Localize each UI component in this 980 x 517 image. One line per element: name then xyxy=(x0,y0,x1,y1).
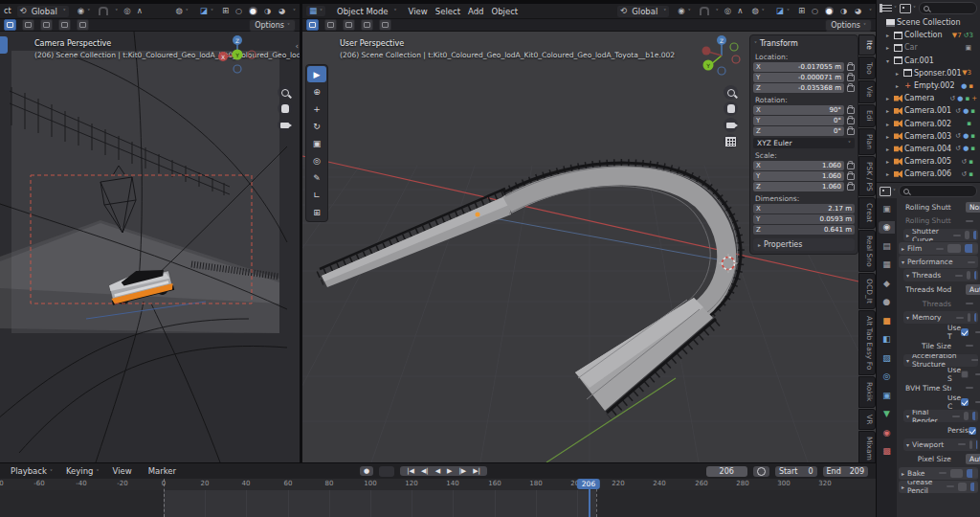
sidebar-tab[interactable]: Real Sno xyxy=(858,230,876,273)
shading-rendered-icon[interactable]: ◕ xyxy=(278,7,286,15)
scale-field[interactable]: Y 1.060 xyxy=(753,171,844,181)
property-value[interactable]: Auto-De xyxy=(966,284,980,295)
visibility-dropdown[interactable]: ◍ ˅ xyxy=(748,6,767,16)
sidebar-tab[interactable]: Rokik xyxy=(858,376,876,407)
property-value[interactable] xyxy=(966,303,973,304)
badge-icon[interactable]: ▼7 xyxy=(952,32,962,39)
property-row[interactable]: Persis xyxy=(897,423,980,438)
expand-arrow[interactable]: ▸ xyxy=(886,133,894,140)
badge-icon[interactable]: ↺ xyxy=(961,170,967,178)
visibility-dropdown[interactable]: ◍ ˅ xyxy=(172,6,190,16)
property-value[interactable]: None xyxy=(966,202,980,213)
toolbar-tool[interactable]: ▶ xyxy=(307,66,326,82)
header-mini-icon[interactable] xyxy=(361,19,373,31)
outliner-row[interactable]: ▸ Car ▣ xyxy=(877,41,980,54)
badge-icon[interactable]: ▪ xyxy=(969,170,973,178)
property-slider[interactable] xyxy=(967,469,978,478)
camera-view-icon[interactable] xyxy=(278,118,292,132)
badge-icon[interactable]: ● xyxy=(963,107,969,115)
sidebar-tab[interactable]: Mixam xyxy=(858,431,876,462)
header-mini-icon[interactable] xyxy=(324,19,337,31)
sidebar-tab[interactable]: Creat xyxy=(858,197,876,228)
pan-hand-icon[interactable] xyxy=(724,101,738,116)
scale-field[interactable]: X 1.060 xyxy=(753,161,844,170)
expand-arrow[interactable]: ▸ xyxy=(886,95,894,101)
expand-arrow[interactable]: ▸ xyxy=(886,107,894,114)
properties-tab-icon[interactable]: ▣ xyxy=(879,202,895,214)
3d-view-canvas[interactable]: ▶⊕+↻▣◎✎∟⊞ User Perspective (206) Scene C… xyxy=(302,32,876,462)
checkbox[interactable] xyxy=(932,483,940,490)
property-slider[interactable] xyxy=(970,483,978,491)
pivot-point-dropdown[interactable]: ◉ ˅ xyxy=(75,6,93,16)
menu-item[interactable]: View xyxy=(406,7,431,16)
badge-icon[interactable]: ↺ xyxy=(961,158,967,166)
properties-panel-collapsed[interactable]: ▸ Properties xyxy=(753,238,855,251)
location-field[interactable]: Y -0.000071 m xyxy=(753,73,844,82)
properties-tab-icon[interactable]: ▦ xyxy=(879,258,895,271)
property-row[interactable]: Pixel Size Automa xyxy=(897,452,980,466)
transform-orientation-dropdown[interactable]: ⟲ Global ˅ xyxy=(17,6,69,17)
toolbar-tool[interactable]: ↻ xyxy=(307,118,326,134)
header-mini-icon[interactable] xyxy=(58,19,71,31)
checkbox[interactable] xyxy=(951,300,959,307)
menu-item[interactable]: Object xyxy=(488,7,521,16)
overlays-dropdown[interactable]: ◪ ˅ xyxy=(773,6,792,16)
checkbox[interactable] xyxy=(957,356,965,364)
current-frame-field[interactable]: 206 xyxy=(706,466,747,477)
checkbox[interactable] xyxy=(951,285,959,293)
properties-tab-icon[interactable]: ◆ xyxy=(879,277,895,289)
property-value[interactable] xyxy=(956,317,964,319)
clipped-toolbar-select-tool[interactable] xyxy=(0,36,8,54)
badge-icon[interactable]: ▪ xyxy=(967,120,971,127)
checkbox[interactable] xyxy=(953,258,961,266)
badge-icon[interactable]: ▪ xyxy=(970,145,975,152)
property-value[interactable] xyxy=(966,220,973,222)
shading-dropdown[interactable]: ˅ xyxy=(869,8,872,14)
property-row[interactable]: BVH Time Steps xyxy=(897,381,980,395)
shading-wireframe-icon[interactable]: ○ xyxy=(234,7,243,15)
transform-orientation-dropdown[interactable]: ⟲ Global ˅ xyxy=(617,6,669,17)
badge-icon[interactable]: ▪ xyxy=(965,95,969,102)
sidebar-tab[interactable]: OCD_It xyxy=(858,273,876,309)
property-row[interactable]: Tile Size xyxy=(897,339,980,353)
property-value[interactable] xyxy=(975,331,980,333)
checkbox[interactable] xyxy=(951,342,959,349)
options-button[interactable]: Options ˅ xyxy=(825,19,872,32)
rotation-field[interactable]: Y 0° xyxy=(753,116,844,125)
header-mini-icon[interactable] xyxy=(379,19,391,31)
property-row[interactable]: ▾ Acceleration Structure xyxy=(903,354,978,367)
pan-hand-icon[interactable] xyxy=(278,101,292,116)
property-value[interactable] xyxy=(947,485,954,487)
properties-tab-icon[interactable]: ◉ xyxy=(879,221,895,234)
zoom-icon[interactable] xyxy=(278,85,292,100)
property-field[interactable] xyxy=(950,469,962,478)
property-value[interactable] xyxy=(939,472,947,474)
sidebar-tab[interactable]: VR xyxy=(858,409,876,430)
proportional-editing-icon[interactable]: ◎ xyxy=(724,7,731,15)
lock-icon[interactable] xyxy=(847,163,855,169)
auto-key-option-button[interactable] xyxy=(379,466,394,477)
frame-start-field[interactable]: Start 0 xyxy=(775,466,817,477)
snap-target-dropdown[interactable]: ˅ xyxy=(716,8,719,14)
checkbox[interactable] xyxy=(924,469,932,477)
lock-icon[interactable] xyxy=(847,64,855,71)
lock-icon[interactable] xyxy=(847,85,855,92)
badge-icon[interactable]: ↺ xyxy=(955,132,961,140)
property-value[interactable] xyxy=(966,345,973,347)
sidebar-tab[interactable]: PSK / PS xyxy=(858,156,876,197)
rotation-mode-dropdown[interactable]: XYZ Euler ˅ xyxy=(753,138,855,148)
header-mini-icon[interactable] xyxy=(4,19,16,31)
property-row[interactable]: ▸ Film xyxy=(899,242,978,255)
checkbox[interactable] xyxy=(939,232,947,239)
scale-field[interactable]: Z 1.060 xyxy=(753,182,844,191)
header-mini-icon[interactable] xyxy=(77,19,89,31)
property-value[interactable] xyxy=(966,387,973,389)
shading-rendered-icon[interactable]: ◕ xyxy=(854,7,862,15)
property-row[interactable]: Use T xyxy=(897,325,980,339)
badge-icon[interactable]: ● xyxy=(957,95,963,102)
property-row[interactable]: Use C xyxy=(897,395,980,410)
badge-icon[interactable]: ↺ xyxy=(949,95,955,102)
snap-magnet-icon[interactable] xyxy=(99,7,108,15)
shading-wireframe-icon[interactable]: ○ xyxy=(811,7,819,15)
outliner-row[interactable]: ▸ Collection ▼7 ↺3 xyxy=(877,29,980,41)
